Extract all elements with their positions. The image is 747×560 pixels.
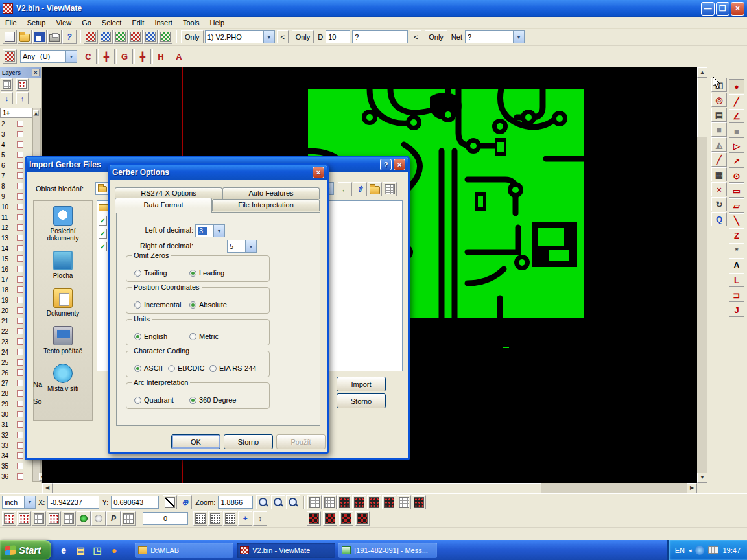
grid-toggle-icon[interactable] [121, 511, 136, 526]
menu-view[interactable]: View [51, 18, 77, 28]
new-document-icon[interactable] [3, 30, 17, 44]
close-button[interactable]: × [731, 2, 744, 16]
gerber-close-button[interactable]: × [313, 167, 324, 178]
mirror-tool[interactable]: ◭ [711, 137, 727, 152]
layer-down-button[interactable]: ↓ [1, 92, 13, 104]
layer-swatch[interactable] [17, 141, 23, 148]
origin-marker-icon[interactable]: ⊕ [178, 495, 192, 509]
text-tool[interactable]: A [729, 258, 744, 272]
dcode-list-icon[interactable] [84, 30, 98, 44]
tray-app-icon[interactable] [695, 546, 704, 555]
delete-tool[interactable]: × [711, 182, 727, 196]
diagonal-tool[interactable]: ╲ [729, 213, 744, 228]
layer-swatch[interactable] [17, 318, 23, 324]
radio-ascii[interactable]: ASCII [134, 364, 168, 372]
dcode-table-icon[interactable] [307, 495, 322, 509]
layer-row[interactable]: 35 [0, 461, 32, 471]
label-tool[interactable]: L [729, 273, 744, 287]
layer-swatch[interactable] [17, 463, 23, 469]
place-m-sta-v-s-ti[interactable]: Místa v síti [35, 364, 91, 392]
selection-mode-icon[interactable] [3, 49, 17, 64]
measure-icon[interactable] [158, 30, 172, 44]
highlight-dcode-icon[interactable] [143, 30, 158, 44]
layer-swatch[interactable] [17, 338, 23, 345]
tray-chevron-icon[interactable]: ◂ [689, 547, 692, 554]
layer-swatch[interactable] [17, 380, 23, 386]
report-grid-icon[interactable] [412, 495, 426, 509]
tab-auto-features[interactable]: Auto Features [222, 187, 320, 199]
layer-row[interactable]: 2 [0, 119, 32, 129]
snap-grid-fine-icon[interactable] [208, 511, 222, 526]
layer-row[interactable]: 3 [0, 129, 32, 139]
origin-anchor-icon[interactable]: + [238, 511, 252, 526]
layer-up-button[interactable]: ↑ [16, 92, 29, 104]
blink-layer-3-icon[interactable] [339, 511, 353, 526]
browser-quicklaunch-icon[interactable]: ● [108, 544, 120, 556]
layer-swatch[interactable] [17, 432, 23, 438]
layer-swatch[interactable] [17, 214, 23, 220]
restore-button[interactable]: ❐ [716, 2, 729, 16]
trace-table-icon[interactable] [382, 495, 396, 509]
film-icon[interactable] [32, 511, 46, 526]
layer-swatch[interactable] [17, 349, 23, 355]
part-table-icon[interactable] [352, 495, 366, 509]
taskbar-task[interactable]: D:\MLAB [135, 542, 233, 558]
snap-grid-dots-icon[interactable] [193, 511, 208, 526]
blink-layer-1-icon[interactable] [307, 511, 321, 526]
layer-swatch[interactable] [17, 245, 23, 251]
tab-data-format[interactable]: Data Format [115, 198, 212, 213]
layer-swatch[interactable] [17, 401, 23, 407]
aperture-grid-icon[interactable] [322, 495, 337, 509]
horizontal-scrollbar[interactable]: ◀ ▶ [42, 483, 697, 493]
trace-mode-icon[interactable] [62, 511, 76, 526]
place-tento-po-ta[interactable]: Tento počítač [35, 326, 91, 355]
rotate-tool[interactable]: ↻ [711, 197, 727, 211]
scroll-up-icon[interactable]: ▲ [697, 67, 707, 78]
draw-line-tool[interactable]: ╱ [729, 94, 744, 108]
up-folder-icon[interactable]: ⇧ [353, 182, 367, 196]
print-icon[interactable] [47, 30, 62, 44]
radio-absolute[interactable]: Absolute [189, 301, 227, 309]
layer-swatch[interactable] [17, 183, 23, 189]
vector-tool[interactable]: ↗ [729, 154, 744, 168]
place-dokumenty[interactable]: Dokumenty [35, 288, 91, 317]
ok-button[interactable]: OK [171, 434, 220, 449]
minimize-button[interactable]: — [701, 2, 715, 16]
crosshair-select-button[interactable]: ╋ [98, 49, 115, 64]
save-icon[interactable] [32, 30, 47, 44]
zoom-window-icon[interactable] [286, 495, 300, 509]
dcode-value-field[interactable]: 10 [326, 30, 350, 43]
place-posledn-dokumenty[interactable]: Poslední dokumenty [35, 206, 91, 242]
radio-incremental[interactable]: Incremental [134, 301, 189, 309]
layer-swatch[interactable] [17, 235, 23, 241]
back-icon[interactable]: ← [338, 182, 352, 196]
tray-keyboard-icon[interactable] [708, 546, 718, 554]
zoom-in-icon[interactable] [256, 495, 270, 509]
highlight-select-button[interactable]: H [152, 49, 169, 64]
dcode-query-field[interactable]: ? [352, 30, 408, 43]
taskbar-task[interactable]: V2.bin - ViewMate [237, 542, 335, 558]
horizontal-scroll-thumb[interactable] [53, 483, 541, 493]
layer-swatch[interactable] [17, 266, 23, 272]
circle-tool[interactable]: ⊙ [729, 169, 744, 183]
layer-row[interactable]: 36 [0, 471, 32, 482]
radio-english[interactable]: English [134, 332, 189, 340]
new-folder-icon[interactable] [368, 182, 382, 196]
star-tool[interactable]: * [729, 243, 744, 257]
radio-trailing[interactable]: Trailing [134, 269, 189, 277]
views-icon[interactable] [383, 182, 397, 196]
slot-tool[interactable]: ⊐ [729, 288, 744, 302]
film-box-icon[interactable] [128, 30, 143, 44]
net-combo[interactable]: ? ▼ [465, 30, 525, 43]
layer-swatch[interactable] [17, 224, 23, 231]
target-tool[interactable]: ◎ [711, 93, 727, 107]
layer-swatch[interactable] [17, 307, 23, 314]
layers-table-button[interactable] [1, 78, 13, 91]
fill-tool[interactable]: ■ [711, 122, 727, 137]
layer-swatch[interactable] [17, 193, 23, 200]
zigzag-tool[interactable]: Z [729, 228, 744, 242]
status-green-icon[interactable] [77, 511, 91, 526]
layer-swatch[interactable] [17, 131, 23, 137]
layer-swatch[interactable] [17, 121, 23, 127]
help-button[interactable]: ? [380, 159, 392, 170]
